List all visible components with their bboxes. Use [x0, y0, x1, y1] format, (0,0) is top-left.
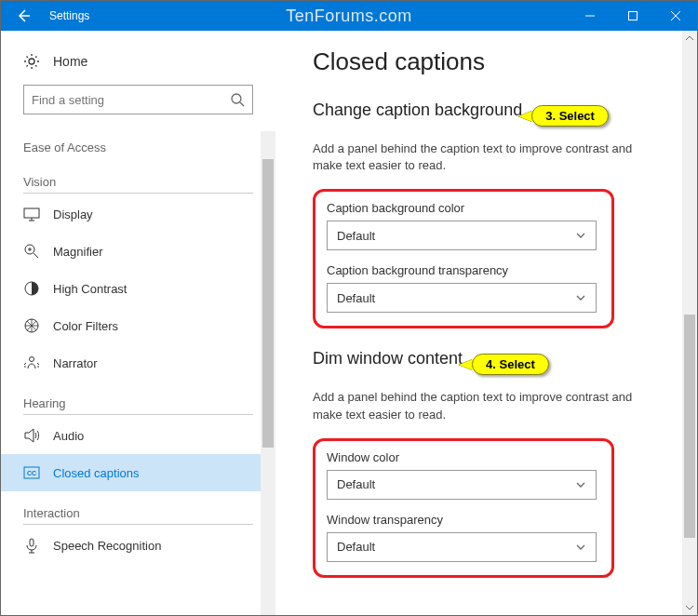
- annotation-frame-1: Caption background color Default Caption…: [313, 189, 614, 328]
- main-scroll-thumb[interactable]: [684, 315, 695, 538]
- display-icon: [23, 206, 40, 222]
- sidebar-item-label: Color Filters: [53, 319, 118, 333]
- sidebar-item-label: Audio: [53, 429, 84, 443]
- home-label: Home: [53, 54, 87, 69]
- back-arrow-icon: [16, 8, 31, 23]
- chevron-down-icon: [575, 542, 586, 553]
- sidebar-item-label: Closed captions: [53, 466, 140, 480]
- dropdown-value: Default: [337, 540, 375, 554]
- callout-label: 4. Select: [472, 354, 549, 375]
- page-title: Closed captions: [313, 47, 671, 76]
- chevron-up-icon: [685, 33, 694, 43]
- sidebar: Home Ease of Access Vision Display Magni…: [1, 31, 275, 615]
- window-color-dropdown[interactable]: Default: [327, 470, 597, 500]
- sidebar-scrollbar[interactable]: [261, 131, 275, 615]
- annotation-frame-2: Window color Default Window transparency…: [313, 438, 614, 578]
- sidebar-item-magnifier[interactable]: Magnifier: [1, 233, 275, 270]
- scroll-up-button[interactable]: [684, 31, 695, 46]
- field-label: Caption background transparency: [327, 263, 600, 277]
- section-desc-1: Add a panel behind the caption text to i…: [313, 141, 648, 174]
- svg-point-1: [29, 59, 34, 64]
- annotation-callout-4: 4. Select: [472, 354, 549, 375]
- field-label: Window color: [327, 450, 600, 464]
- minimize-icon: [585, 11, 595, 20]
- sidebar-item-speech-recognition[interactable]: Speech Recognition: [1, 527, 275, 564]
- search-box[interactable]: [23, 85, 253, 114]
- audio-icon: [23, 427, 40, 444]
- dropdown-value: Default: [337, 291, 375, 305]
- group-header-vision: Vision: [1, 158, 275, 193]
- section-title-2: Dim window content: [313, 349, 463, 368]
- chevron-down-icon: [575, 292, 586, 303]
- svg-point-7: [30, 357, 34, 362]
- sidebar-item-label: Display: [53, 208, 93, 221]
- watermark-text: TenForums.com: [286, 7, 412, 26]
- dropdown-value: Default: [337, 229, 375, 243]
- search-icon: [230, 92, 245, 107]
- svg-point-2: [232, 94, 241, 103]
- callout-tail-icon: [518, 111, 532, 122]
- divider: [23, 193, 253, 194]
- chevron-down-icon: [685, 603, 694, 612]
- sidebar-item-label: Narrator: [53, 356, 98, 370]
- divider: [23, 414, 253, 415]
- close-icon: [671, 11, 680, 20]
- titlebar: Settings TenForums.com: [1, 1, 697, 31]
- sidebar-item-high-contrast[interactable]: High Contrast: [1, 270, 275, 307]
- svg-text:CC: CC: [27, 470, 36, 476]
- sidebar-item-label: Magnifier: [53, 245, 102, 259]
- sidebar-item-label: Speech Recognition: [53, 539, 161, 553]
- narrator-icon: [23, 355, 40, 371]
- scroll-down-button[interactable]: [684, 600, 695, 615]
- sidebar-item-color-filters[interactable]: Color Filters: [1, 307, 275, 344]
- callout-tail-icon: [459, 359, 473, 370]
- maximize-button[interactable]: [611, 1, 654, 31]
- svg-rect-10: [30, 539, 34, 546]
- chevron-down-icon: [575, 479, 586, 490]
- minimize-button[interactable]: [569, 1, 611, 31]
- divider: [23, 524, 253, 525]
- group-header-interaction: Interaction: [1, 491, 275, 524]
- color-filters-icon: [23, 317, 40, 334]
- svg-rect-3: [24, 208, 39, 218]
- window-title: Settings: [49, 9, 89, 22]
- mic-icon: [23, 537, 40, 554]
- section-desc-2: Add a panel behind the caption text to i…: [313, 389, 648, 422]
- dropdown-value: Default: [337, 477, 375, 491]
- magnifier-icon: [23, 243, 40, 260]
- callout-label: 3. Select: [531, 105, 609, 127]
- home-button[interactable]: Home: [1, 47, 275, 85]
- close-button[interactable]: [654, 1, 697, 31]
- cc-icon: CC: [23, 464, 40, 481]
- sidebar-item-label: High Contrast: [53, 282, 127, 296]
- window-transparency-dropdown[interactable]: Default: [327, 532, 597, 562]
- sidebar-scroll-thumb[interactable]: [262, 159, 274, 448]
- svg-rect-0: [629, 12, 638, 20]
- chevron-down-icon: [575, 230, 586, 241]
- group-header-ease: Ease of Access: [1, 131, 275, 158]
- sidebar-item-narrator[interactable]: Narrator: [1, 344, 275, 382]
- sidebar-item-display[interactable]: Display: [1, 195, 275, 233]
- gear-icon: [23, 53, 40, 70]
- contrast-icon: [23, 280, 40, 297]
- main-content: Closed captions Change caption backgroun…: [275, 31, 697, 615]
- caption-bg-color-dropdown[interactable]: Default: [327, 221, 597, 250]
- field-label: Caption background color: [327, 201, 600, 215]
- caption-bg-transparency-dropdown[interactable]: Default: [327, 283, 597, 313]
- field-label: Window transparency: [327, 513, 600, 527]
- annotation-callout-3: 3. Select: [531, 105, 609, 127]
- main-scrollbar[interactable]: [682, 31, 697, 615]
- sidebar-item-audio[interactable]: Audio: [1, 417, 275, 454]
- maximize-icon: [628, 11, 638, 20]
- sidebar-item-closed-captions[interactable]: CC Closed captions: [1, 454, 275, 491]
- group-header-hearing: Hearing: [1, 382, 275, 414]
- search-input[interactable]: [32, 93, 230, 107]
- window-controls: [569, 1, 697, 31]
- back-button[interactable]: [1, 1, 46, 31]
- section-title-1: Change caption background: [313, 100, 522, 120]
